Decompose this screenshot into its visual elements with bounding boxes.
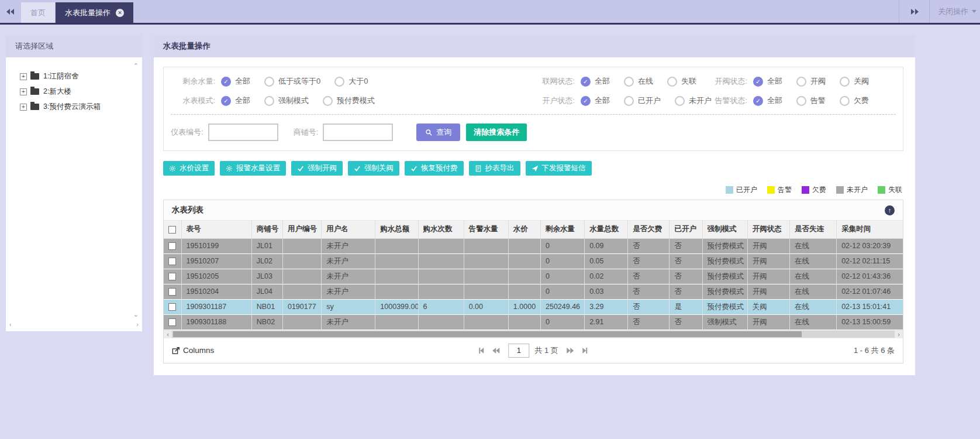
column-header[interactable]: 是否欠费 (628, 221, 670, 238)
close-operations-menu[interactable]: 关闭操作 (929, 0, 980, 23)
tab-water-meter-batch[interactable]: 水表批量操作 ✕ (56, 2, 133, 23)
table-cell: 否 (628, 269, 670, 284)
radio-option-meter-mode-2[interactable]: 预付费模式 (323, 95, 375, 106)
query-button[interactable]: 查询 (416, 124, 460, 141)
tree-expand-icon[interactable]: + (20, 73, 27, 80)
scroll-right-icon[interactable]: › (895, 330, 903, 338)
scroll-right-icon[interactable]: › (136, 321, 139, 328)
table-row[interactable]: 1909301187NB010190177sy1000399.0060.001.… (164, 299, 903, 314)
radio-option-account-status-0[interactable]: ✓全部 (581, 95, 610, 106)
column-header[interactable]: 表号 (181, 221, 251, 238)
prev-page-button[interactable] (492, 348, 499, 354)
tab-home[interactable]: 首页 (21, 2, 56, 23)
last-page-button[interactable] (583, 348, 588, 354)
radio-option-label: 预付费模式 (337, 95, 375, 106)
column-header[interactable]: 是否失连 (789, 221, 836, 238)
send-icon (532, 165, 539, 172)
radio-option-valve-status-1[interactable]: 开阀 (796, 76, 826, 87)
row-checkbox[interactable] (168, 288, 176, 296)
water-price-setting-button[interactable]: 水价设置 (163, 161, 215, 176)
expand-tabs-icon[interactable] (899, 0, 929, 23)
column-header[interactable]: 采集时间 (837, 221, 903, 238)
table-cell: 预付费模式 (702, 253, 747, 269)
radio-option-network-status-0[interactable]: ✓全部 (581, 76, 610, 87)
column-header[interactable]: 购水次数 (418, 221, 464, 238)
column-header[interactable]: 已开户 (670, 221, 702, 238)
restore-prepaid-button[interactable]: 恢复预付费 (405, 161, 464, 176)
table-row[interactable]: 19510205JL03未开户00.02否否预付费模式开阀在线02-12 01:… (164, 269, 903, 284)
tree-expand-icon[interactable]: + (20, 104, 27, 111)
table-row[interactable]: 1909301188NB02未开户02.91否否强制模式开阀在线02-13 15… (164, 314, 903, 330)
table-row[interactable]: 19510207JL02未开户00.05否否预付费模式开阀在线02-12 02:… (164, 253, 903, 269)
clear-search-button[interactable]: 清除搜索条件 (466, 124, 527, 141)
scrollbar-thumb[interactable] (173, 331, 802, 337)
meter-no-input[interactable] (208, 124, 278, 141)
tree-expand-icon[interactable]: + (20, 88, 27, 95)
table-row[interactable]: 19510199JL01未开户00.09否否预付费模式开阀在线02-12 03:… (164, 238, 903, 253)
column-header[interactable]: 购水总额 (375, 221, 418, 238)
table-cell: 开阀 (747, 314, 789, 330)
column-header[interactable]: 开阀状态 (747, 221, 789, 238)
columns-button[interactable]: Columns (172, 346, 214, 355)
column-header[interactable]: 告警水量 (464, 221, 508, 238)
column-header[interactable]: 用户编号 (282, 221, 321, 238)
table-cell: 开阀 (747, 284, 789, 299)
radio-option-account-status-1[interactable]: 已开户 (624, 95, 661, 106)
radio-option-valve-status-2[interactable]: 关阀 (840, 76, 869, 87)
meter-reading-export-button[interactable]: 抄表导出 (469, 161, 520, 176)
column-header[interactable]: 水量总数 (585, 221, 628, 238)
send-alarm-sms-button[interactable]: 下发报警短信 (526, 161, 592, 176)
action-button-label: 恢复预付费 (421, 163, 458, 173)
tab-close-icon[interactable]: ✕ (116, 9, 124, 17)
filter-group-label: 剩余水量: (171, 76, 215, 87)
table-row[interactable]: 19510204JL04未开户00.03否否预付费模式开阀在线02-12 01:… (164, 284, 903, 299)
radio-option-alarm-status-2[interactable]: 欠费 (840, 95, 869, 106)
radio-option-meter-mode-0[interactable]: ✓全部 (221, 95, 250, 106)
radio-option-remaining-water-0[interactable]: ✓全部 (221, 76, 250, 87)
radio-option-remaining-water-2[interactable]: 大于0 (334, 76, 368, 87)
radio-option-alarm-status-0[interactable]: ✓全部 (753, 95, 782, 106)
scrollbar-track[interactable] (172, 331, 895, 338)
scroll-left-icon[interactable]: ‹ (9, 321, 12, 328)
shop-no-input[interactable] (323, 124, 393, 141)
tree-node-2[interactable]: +2:新大楼 (20, 87, 142, 97)
column-header[interactable]: 强制模式 (702, 221, 747, 238)
radio-option-valve-status-0[interactable]: ✓全部 (753, 76, 782, 87)
radio-option-remaining-water-1[interactable]: 低于或等于0 (264, 76, 320, 87)
table-cell: 19510207 (181, 253, 251, 269)
table-cell: JL04 (251, 284, 282, 299)
collapse-tabs-icon[interactable] (0, 0, 21, 23)
page-number-input[interactable] (508, 344, 529, 358)
page-title: 水表批量操作 (163, 41, 211, 52)
row-checkbox[interactable] (168, 303, 176, 311)
column-header[interactable]: 用户名 (322, 221, 375, 238)
select-all-checkbox[interactable] (168, 226, 176, 234)
radio-option-label: 已开户 (638, 95, 661, 106)
column-header[interactable]: 剩余水量 (540, 221, 584, 238)
radio-option-network-status-2[interactable]: 失联 (667, 76, 696, 87)
scroll-to-top-icon[interactable]: ↑ (885, 205, 895, 215)
force-close-valve-button[interactable]: 强制关阀 (348, 161, 399, 176)
column-header[interactable]: 水价 (508, 221, 540, 238)
scroll-down-icon[interactable]: ⌄ (133, 311, 139, 318)
first-page-button[interactable] (479, 348, 484, 354)
next-page-button[interactable] (567, 348, 574, 354)
scroll-up-icon[interactable]: ⌃ (133, 62, 139, 70)
row-checkbox[interactable] (168, 273, 176, 280)
radio-option-meter-mode-1[interactable]: 强制模式 (264, 95, 309, 106)
tree-node-1[interactable]: +1:江阴宿舍 (20, 71, 142, 81)
table-cell: 否 (628, 253, 670, 269)
force-open-valve-button[interactable]: 强制开阀 (291, 161, 343, 176)
table-cell: 未开户 (322, 269, 375, 284)
column-header[interactable]: 商铺号 (251, 221, 282, 238)
radio-option-alarm-status-1[interactable]: 告警 (796, 95, 826, 106)
tree-node-3[interactable]: +3:预付费云演示箱 (20, 102, 142, 112)
legend-label: 告警 (778, 185, 792, 195)
table-cell: 未开户 (322, 314, 375, 330)
scroll-left-icon[interactable]: ‹ (164, 330, 172, 338)
row-checkbox[interactable] (168, 318, 176, 326)
row-checkbox[interactable] (168, 258, 176, 265)
alarm-volume-setting-button[interactable]: 报警水量设置 (220, 161, 286, 176)
row-checkbox[interactable] (168, 242, 176, 250)
radio-option-network-status-1[interactable]: 在线 (624, 76, 653, 87)
